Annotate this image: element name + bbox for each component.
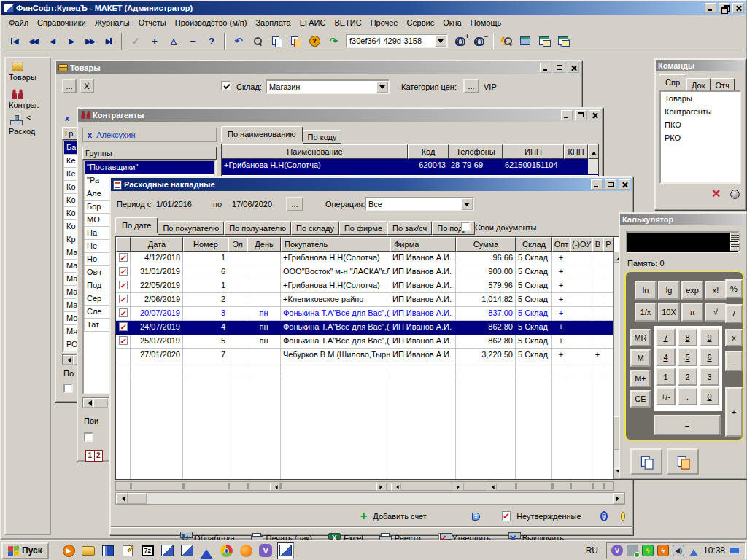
redo-icon[interactable]: ↷ [324,33,343,50]
nav-back-button[interactable]: ◀ [42,33,61,50]
contractors-shortcut[interactable]: Контраг. [6,88,50,109]
column-header[interactable]: Телефоны [449,144,503,159]
nav-fast-forward-button[interactable]: ▶▶ [80,33,99,50]
e-circle-icon[interactable] [600,511,608,521]
copy-result-button[interactable] [630,448,662,475]
invoices-tab[interactable]: По фирме [339,221,387,235]
sphere-icon[interactable] [730,190,740,199]
invoice-row[interactable]: ✓ 31/01/2019 6 ООО"Восток" м-н "ЛАСКА"г.… [116,265,624,279]
invoice-row[interactable]: ✓ 24/07/2019 4 пн Фонькина Т.А"Все для В… [116,321,624,335]
contractors-filter-close[interactable]: х [88,131,92,139]
copy-icon[interactable] [267,33,286,50]
nav-fast-back-button[interactable]: ◀◀ [23,33,42,50]
own-docs-checkbox[interactable] [461,222,471,231]
find-next-button[interactable]: + [451,33,470,50]
find-prev-button[interactable]: − [470,33,489,50]
menu-item[interactable]: Окна [438,16,466,29]
contractors-tab[interactable]: По коду [303,130,342,144]
search-icon[interactable] [248,33,267,50]
key-mr[interactable]: MR [630,329,651,346]
menu-item[interactable]: Отчеты [134,16,171,29]
calculator-titlebar[interactable]: Калькулятор [620,214,746,225]
key-factorial[interactable]: x! [705,281,727,300]
contractor-row[interactable]: +Грибанова Н.Н(Солотча) 620043 28-79-69 … [222,159,598,175]
mini-scroll-left-icon[interactable] [270,483,280,491]
key-ten-power[interactable]: 10X [658,303,680,322]
key-7[interactable]: 7 [656,328,676,346]
key-sqrt[interactable]: √ [705,303,727,322]
key-pi[interactable]: π [681,303,703,322]
book-icon[interactable] [472,513,480,521]
key-exp[interactable]: exp [681,281,703,300]
window-cascade-icon[interactable] [554,33,573,50]
key-multiply[interactable]: x [725,329,743,346]
column-resize-strip[interactable] [115,481,614,491]
clock[interactable]: 10:38 [703,545,725,556]
key-ce[interactable]: CE [630,390,651,408]
chrome-icon[interactable] [218,542,235,559]
display-tray-icon[interactable] [729,546,740,555]
column-header[interactable]: ИНН [503,144,564,159]
key-4[interactable]: 4 [656,348,676,366]
finsoft-app-icon[interactable] [159,542,176,559]
minimize-button[interactable] [705,3,716,13]
period-dots-button[interactable]: ... [286,197,303,211]
grid-hscrollbar[interactable] [115,492,625,505]
column-header[interactable]: Код [408,144,449,159]
invoices-close-button[interactable] [619,179,630,190]
goods-minimize-button[interactable] [540,63,551,73]
mini-scroll-right-icon[interactable] [376,483,387,491]
key-add[interactable]: + [725,387,743,437]
commands-titlebar[interactable]: Команды [656,60,745,71]
goods-category-dots-button[interactable]: ... [463,79,479,93]
folder-icon[interactable] [80,542,97,559]
column-header[interactable]: Покупатель [281,237,390,252]
key-m[interactable]: M [630,349,651,367]
menu-item[interactable]: ВЕТИС [330,16,365,29]
menu-item[interactable]: Справочники [33,16,90,29]
notes-icon[interactable] [120,542,136,559]
column-header[interactable]: Фирма [390,237,456,252]
goods-clear-button[interactable]: X [80,79,94,93]
close-button[interactable] [732,3,744,13]
java-icon[interactable]: ϟ [657,545,669,556]
mini-scroll-left-icon[interactable] [487,483,497,491]
column-header[interactable]: Наименование [222,144,408,159]
sevenzip-icon[interactable]: 7z [139,542,156,559]
command-item[interactable]: Контрагенты [662,106,738,119]
goods-dots-button[interactable]: ... [62,79,77,93]
delete-x-icon[interactable]: ✕ [711,187,721,201]
undo-icon[interactable]: ↶ [229,33,248,50]
mini-scroll-left-icon[interactable] [391,483,401,491]
invoices-minimize-button[interactable] [591,179,603,190]
goods-sklad-combobox[interactable]: Магазин [266,79,390,94]
display-spinner[interactable] [730,233,740,251]
menu-item[interactable]: Прочее [366,16,403,29]
key-2[interactable]: 2 [678,368,697,386]
menu-item[interactable]: Сервис [403,16,439,29]
scroll-up-icon[interactable] [588,144,599,159]
graph-icon[interactable] [688,545,700,556]
finsoft-app-icon[interactable] [179,542,196,559]
key-5[interactable]: 5 [678,348,697,366]
invoices-tab[interactable]: По складу [291,221,339,235]
goods-maximize-button[interactable] [554,63,565,73]
goods-filter-close[interactable]: х [65,114,69,122]
key-m-plus[interactable]: M+ [630,370,651,387]
invoices-tab[interactable]: По зак/сч [387,221,432,235]
command-item[interactable]: Товары [662,93,738,106]
invoice-row[interactable]: ✓ 4/12/2018 1 +Грибанова Н.Н(Солотча) ИП… [116,252,624,265]
contractors-titlebar[interactable]: Контрагенты [78,109,602,122]
delete-record-button[interactable]: − [183,33,202,50]
contractors-maximize-button[interactable] [575,110,587,120]
restore-button[interactable] [719,3,730,13]
contractors-groups-header[interactable]: Группы [82,147,217,160]
key-subtract[interactable]: - [725,351,743,371]
window-new-icon[interactable] [535,33,554,50]
save-layout-icon[interactable] [516,33,535,50]
key-lg[interactable]: lg [658,281,680,300]
column-header[interactable]: Дата [131,237,183,252]
add-record-button[interactable]: + [145,33,164,50]
media-player-icon[interactable]: ▶ [61,542,77,559]
contractors-tab[interactable]: По наименованию [221,126,303,142]
